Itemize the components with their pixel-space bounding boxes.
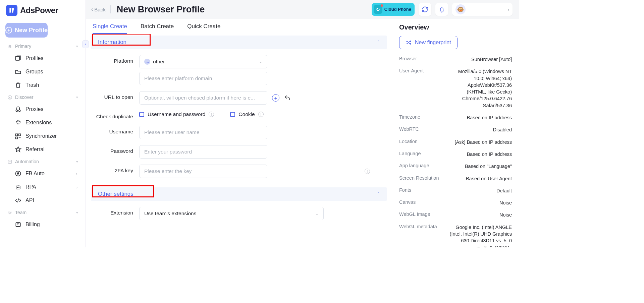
extension-select[interactable]: Use team's extensions ⌄ — [139, 207, 324, 220]
chevron-down-icon: ▾ — [76, 210, 78, 215]
account-menu[interactable]: 🐵 › — [452, 3, 513, 16]
platform-chip-icon: … — [144, 59, 150, 65]
username-input[interactable] — [139, 126, 267, 139]
label-extension: Extension — [91, 207, 139, 216]
sidebar: AdsPower + New Profile Primary ▾ Profile… — [0, 0, 86, 247]
overview-row: WebGL ImageNoise — [399, 211, 512, 218]
overview-row: TimezoneBased on IP address — [399, 114, 512, 121]
twofa-input[interactable] — [139, 165, 267, 178]
cloud-phone-icon: ↻ — [374, 5, 382, 14]
svg-point-10 — [17, 187, 18, 188]
chevron-down-icon: ⌄ — [315, 211, 319, 216]
label-username: Username — [91, 126, 139, 135]
sidebar-item-extensions[interactable]: Extensions — [0, 116, 86, 129]
proxies-icon — [15, 106, 21, 113]
chevron-left-icon: ‹ — [91, 6, 93, 12]
refresh-button[interactable] — [419, 3, 431, 16]
section-information[interactable]: Information ˄ — [91, 36, 387, 49]
back-button[interactable]: ‹Back — [91, 6, 106, 12]
sidebar-item-rpa[interactable]: RPA› — [0, 180, 86, 194]
chevron-down-icon: ▾ — [76, 44, 78, 49]
chevron-down-icon: ⌄ — [259, 59, 262, 64]
svg-rect-5 — [19, 134, 21, 136]
logo-icon — [6, 5, 17, 16]
nav-section-primary[interactable]: Primary ▾ — [0, 41, 86, 52]
topbar: ‹Back New Browser Profile ↻ Cloud Phone … — [86, 0, 519, 19]
nav-section-discover[interactable]: Discover ▾ — [0, 92, 86, 103]
svg-rect-6 — [16, 137, 18, 139]
label-password: Password — [91, 145, 139, 154]
divider — [110, 5, 111, 13]
page-title: New Browser Profile — [117, 4, 205, 15]
overview-row: User-AgentMozilla/5.0 (Windows NT 10.0; … — [399, 68, 512, 109]
overview-row: App languageBased on "Language" — [399, 163, 512, 170]
main: ‹Back New Browser Profile ↻ Cloud Phone … — [86, 0, 519, 247]
logo-text: AdsPower — [20, 6, 58, 15]
checkbox-username-password[interactable]: Username and password! — [139, 111, 214, 117]
label-2fa: 2FA key — [91, 165, 139, 174]
platform-domain-input[interactable] — [139, 72, 267, 85]
info-icon[interactable]: ! — [209, 112, 214, 117]
star-icon — [15, 146, 21, 153]
nav-section-team[interactable]: Team ▾ — [0, 207, 86, 218]
svg-point-3 — [19, 110, 20, 112]
logo[interactable]: AdsPower — [0, 0, 86, 21]
fb-icon — [15, 170, 21, 177]
nav-section-automation[interactable]: Automation ▾ — [0, 156, 86, 167]
overview-row: Screen ResolutionBased on User Agent — [399, 175, 512, 182]
overview-panel: Overview New fingerprint BrowserSunBrows… — [392, 19, 519, 247]
platform-select[interactable]: …other ⌄ — [139, 55, 267, 68]
overview-row: LanguageBased on IP address — [399, 151, 512, 158]
profiles-icon — [15, 55, 21, 62]
notifications-button[interactable] — [435, 3, 448, 16]
label-url-to-open: URL to open — [91, 91, 139, 100]
sidebar-collapse-button[interactable]: ‹ — [82, 40, 89, 48]
chevron-right-icon: › — [508, 7, 509, 12]
tab-batch-create[interactable]: Batch Create — [141, 20, 174, 34]
svg-rect-4 — [16, 134, 18, 136]
chevron-right-icon: › — [76, 171, 77, 176]
sidebar-item-billing[interactable]: Billing — [0, 218, 86, 231]
label-check-duplicate: Check duplicate — [91, 111, 139, 120]
sync-icon — [15, 133, 21, 139]
url-to-open-input[interactable] — [139, 91, 267, 105]
sidebar-item-groups[interactable]: Groups — [0, 65, 86, 78]
info-icon[interactable]: ! — [365, 169, 370, 174]
add-url-button[interactable]: + — [272, 94, 279, 102]
section-other-settings[interactable]: Other settings ˄ — [91, 187, 387, 201]
cloud-phone-button[interactable]: ↻ Cloud Phone — [372, 3, 415, 16]
avatar-icon: 🐵 — [455, 4, 466, 14]
overview-title: Overview — [399, 23, 512, 31]
sidebar-item-synchronizer[interactable]: Synchronizer — [0, 129, 86, 143]
sidebar-item-proxies[interactable]: Proxies — [0, 103, 86, 116]
chevron-up-icon: ˄ — [377, 40, 380, 45]
new-profile-button[interactable]: + New Profile — [5, 23, 48, 38]
sidebar-item-fb-auto[interactable]: FB Auto› — [0, 167, 86, 180]
overview-row: WebGL metadataGoogle Inc. (Intel) ANGLE … — [399, 224, 512, 247]
overview-row: WebRTCDisabled — [399, 126, 512, 133]
trash-icon — [15, 82, 21, 88]
new-fingerprint-button[interactable]: New fingerprint — [399, 36, 458, 49]
undo-icon[interactable] — [284, 95, 291, 101]
password-input[interactable] — [139, 145, 267, 159]
overview-row: Location[Ask] Based on IP address — [399, 139, 512, 145]
checkbox-cookie[interactable]: Cookie! — [230, 111, 263, 117]
chevron-down-icon: ▾ — [76, 95, 78, 100]
sidebar-item-profiles[interactable]: Profiles — [0, 52, 86, 65]
info-icon[interactable]: ! — [258, 112, 264, 117]
overview-row: BrowserSunBrowser [Auto] — [399, 56, 512, 63]
chevron-right-icon: › — [76, 185, 77, 190]
cloud-phone-label: Cloud Phone — [384, 7, 411, 12]
tab-single-create[interactable]: Single Create — [93, 20, 127, 34]
svg-point-11 — [19, 187, 19, 188]
overview-row: FontsDefault — [399, 187, 512, 194]
sidebar-item-trash[interactable]: Trash — [0, 78, 86, 92]
sidebar-item-referral[interactable]: Referral — [0, 143, 86, 156]
tab-quick-create[interactable]: Quick Create — [187, 20, 220, 34]
overview-list: BrowserSunBrowser [Auto] User-AgentMozil… — [399, 56, 512, 247]
robot-icon — [15, 184, 21, 190]
svg-rect-0 — [16, 56, 20, 60]
checkbox-icon — [230, 112, 235, 117]
sidebar-item-api[interactable]: API — [0, 194, 86, 207]
overview-row: CanvasNoise — [399, 199, 512, 206]
